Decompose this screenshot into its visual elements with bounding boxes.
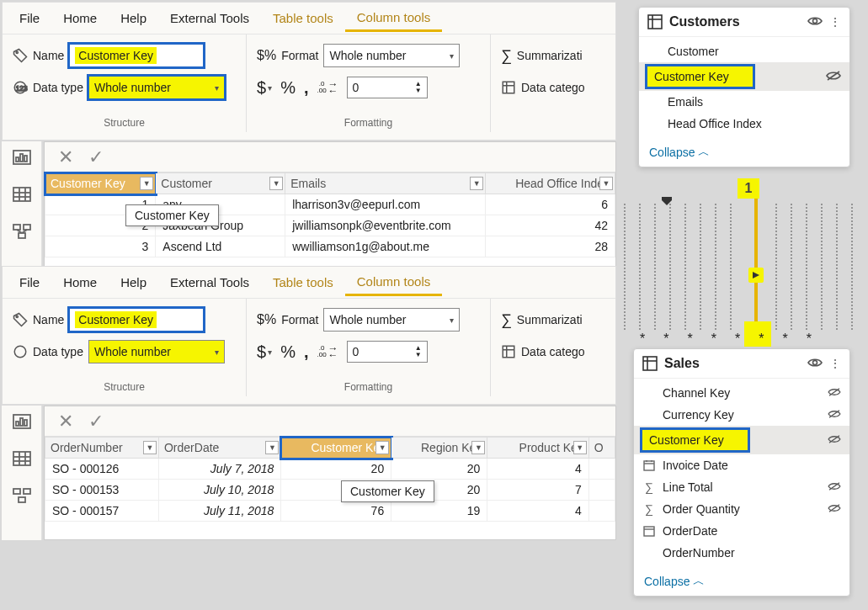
menu-home[interactable]: Home	[51, 270, 109, 294]
field-emails[interactable]: Emails	[639, 91, 849, 113]
hidden-icon[interactable]	[826, 70, 841, 84]
format-select[interactable]: Whole number ▾	[323, 308, 460, 332]
hidden-icon[interactable]	[828, 408, 841, 422]
field-order-quantity[interactable]: ∑ Order Quantity	[634, 498, 849, 520]
menu-file[interactable]: File	[8, 6, 51, 30]
sigma-icon: ∑	[501, 311, 512, 329]
hidden-icon[interactable]	[828, 386, 841, 400]
percent-button[interactable]: %	[280, 78, 296, 98]
svg-rect-10	[13, 188, 30, 201]
data-view-button[interactable]	[9, 183, 35, 205]
grid-toolbar-2: ✕ ✓	[45, 406, 615, 437]
field-head-office-index[interactable]: Head Office Index	[639, 113, 849, 135]
hidden-icon[interactable]	[828, 502, 841, 516]
column-filter-icon[interactable]: ▼	[143, 441, 157, 454]
svg-rect-16	[24, 225, 30, 230]
column-filter-icon[interactable]: ▼	[599, 177, 613, 190]
commit-button[interactable]: ✓	[83, 146, 109, 168]
name-input[interactable]: Customer Key	[69, 44, 204, 67]
name-input[interactable]: Customer Key	[69, 308, 204, 332]
col-region-key[interactable]: Region Key▼	[391, 438, 487, 459]
cancel-button[interactable]: ✕	[53, 411, 78, 432]
col-product-key[interactable]: Product Key▼	[487, 438, 588, 459]
decimals-input[interactable]: 0 ▲▼	[347, 77, 428, 98]
group-properties-2: ∑ Summarizati Data catego	[491, 299, 615, 396]
column-filter-icon[interactable]: ▼	[269, 177, 283, 190]
decimal-icon[interactable]: .0.00 →←	[317, 81, 338, 94]
currency-button[interactable]: $▾	[257, 78, 272, 98]
model-view-button[interactable]	[9, 485, 35, 507]
menu-help[interactable]: Help	[109, 270, 158, 294]
visibility-icon[interactable]	[807, 357, 823, 371]
table-row[interactable]: SO - 000126July 7, 201820204	[45, 459, 615, 480]
col-order-number[interactable]: OrderNumber▼	[45, 438, 159, 459]
column-filter-icon[interactable]: ▼	[573, 441, 587, 454]
column-filter-icon[interactable]: ▼	[375, 441, 389, 454]
menu-file[interactable]: File	[8, 270, 51, 294]
svg-rect-44	[643, 357, 657, 370]
decimal-icon[interactable]: .0.00 →←	[317, 345, 338, 358]
menu-table-tools[interactable]: Table tools	[261, 270, 345, 294]
hidden-icon[interactable]	[828, 480, 841, 494]
comma-button[interactable]: ,	[304, 342, 309, 362]
col-head-office-index[interactable]: Head Office Index▼	[486, 173, 615, 194]
field-line-total[interactable]: ∑ Line Total	[634, 476, 849, 498]
percent-button[interactable]: %	[280, 342, 296, 362]
data-view-button[interactable]	[9, 448, 35, 469]
menu-table-tools[interactable]: Table tools	[261, 6, 345, 30]
table-row[interactable]: 3Ascend Ltdwwilliamson1g@about.me28	[45, 236, 615, 257]
column-filter-icon[interactable]: ▼	[265, 441, 279, 454]
data-category-label: Data catego	[521, 345, 585, 358]
collapse-button[interactable]: Collapse︿	[639, 138, 849, 167]
field-customer[interactable]: Customer	[639, 40, 849, 62]
currency-button[interactable]: $▾	[257, 342, 272, 362]
chevron-down-icon: ▾	[215, 347, 219, 357]
calendar-icon	[642, 524, 656, 538]
report-view-button[interactable]	[9, 411, 35, 432]
col-emails[interactable]: Emails▼	[285, 173, 486, 194]
field-order-date[interactable]: OrderDate	[634, 520, 849, 542]
column-filter-icon[interactable]: ▼	[471, 441, 485, 454]
more-icon[interactable]: ⋮	[829, 357, 841, 370]
collapse-button[interactable]: Collapse︿	[634, 567, 849, 596]
comma-button[interactable]: ,	[304, 78, 309, 98]
col-customer-key[interactable]: Customer Key▼	[281, 438, 391, 459]
summarization-label: Summarizati	[517, 49, 583, 62]
more-icon[interactable]: ⋮	[829, 15, 841, 29]
data-grid-1: ✕ ✓ Customer Key▼ Customer▼ Emails▼ Head…	[44, 141, 616, 268]
col-customer-key[interactable]: Customer Key▼	[45, 173, 156, 194]
menu-help[interactable]: Help	[109, 6, 158, 30]
field-channel-key[interactable]: Channel Key	[634, 382, 849, 404]
commit-button[interactable]: ✓	[83, 411, 109, 432]
table-row[interactable]: SO - 000157July 11, 201876194	[45, 501, 615, 522]
format-select[interactable]: Whole number ▾	[323, 44, 460, 67]
col-truncated[interactable]: O	[588, 438, 615, 459]
svg-rect-22	[503, 346, 514, 358]
field-currency-key[interactable]: Currency Key	[634, 404, 849, 426]
cancel-button[interactable]: ✕	[53, 146, 78, 168]
hidden-icon[interactable]	[828, 433, 841, 447]
menu-home[interactable]: Home	[51, 6, 109, 30]
col-order-date[interactable]: OrderDate▼	[158, 438, 280, 459]
table-row[interactable]: SO - 000153July 10, 201831207	[45, 480, 615, 501]
visibility-icon[interactable]	[807, 15, 823, 29]
report-view-button[interactable]	[9, 146, 35, 168]
column-filter-icon[interactable]: ▼	[470, 177, 483, 190]
menu-column-tools[interactable]: Column tools	[345, 5, 443, 32]
decimals-input[interactable]: 0 ▲▼	[347, 341, 428, 363]
field-customer-key[interactable]: Customer Key	[634, 426, 849, 454]
menu-external-tools[interactable]: External Tools	[158, 270, 261, 294]
field-invoice-date[interactable]: Invoice Date	[634, 454, 849, 476]
field-order-number[interactable]: OrderNumber	[634, 542, 849, 564]
stepper-icon[interactable]: ▲▼	[415, 81, 422, 94]
stepper-icon[interactable]: ▲▼	[415, 345, 422, 358]
data-type-select[interactable]: Whole number ▾	[88, 340, 225, 363]
model-view-button[interactable]	[9, 220, 35, 242]
menu-column-tools[interactable]: Column tools	[345, 269, 443, 296]
menu-external-tools[interactable]: External Tools	[158, 6, 261, 30]
sigma-icon: ∑	[642, 502, 656, 516]
data-type-select[interactable]: Whole number ▾	[88, 76, 225, 99]
col-customer[interactable]: Customer▼	[156, 173, 285, 194]
field-customer-key[interactable]: Customer Key	[639, 62, 849, 91]
column-filter-icon[interactable]: ▼	[140, 177, 153, 190]
